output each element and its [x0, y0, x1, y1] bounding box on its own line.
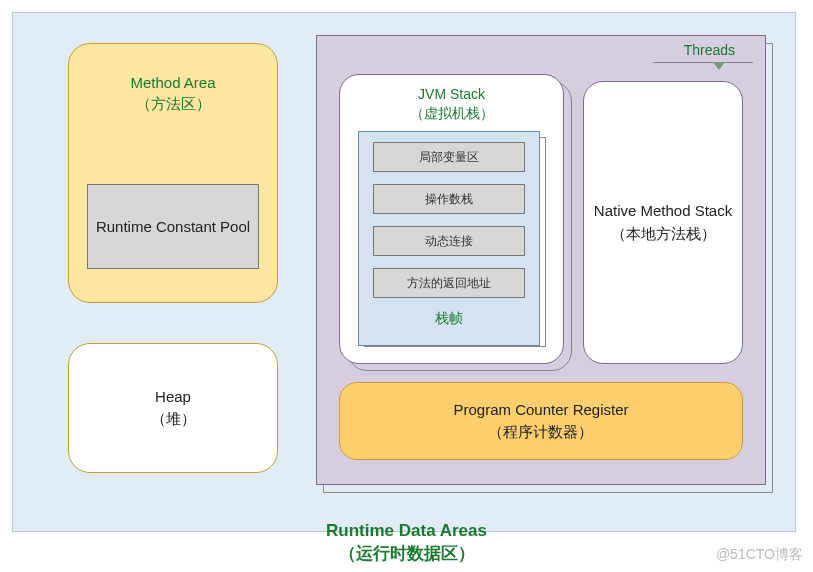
threads-divider: [653, 62, 753, 63]
method-area-title-en: Method Area: [69, 72, 277, 93]
method-area-title-zh: （方法区）: [69, 93, 277, 114]
frame-item: 动态连接: [373, 226, 525, 256]
heap-title-zh: （堆）: [151, 408, 196, 431]
threads-box: Threads JVM Stack （虚拟机栈） 局部变量区 操作数栈 动态连接…: [316, 35, 766, 485]
chevron-down-icon: [713, 62, 725, 70]
frame-item-label: 方法的返回地址: [407, 275, 491, 292]
frame-item-label: 动态连接: [425, 233, 473, 250]
runtime-constant-pool-box: Runtime Constant Pool: [87, 184, 259, 269]
jvm-stack-title: JVM Stack （虚拟机栈）: [340, 85, 563, 123]
frame-item-label: 操作数栈: [425, 191, 473, 208]
method-area-box: Method Area （方法区） Runtime Constant Pool: [68, 43, 278, 303]
native-stack-title-zh: （本地方法栈）: [594, 223, 732, 246]
method-area-title: Method Area （方法区）: [69, 72, 277, 114]
jvm-stack-title-en: JVM Stack: [340, 85, 563, 104]
frame-item: 方法的返回地址: [373, 268, 525, 298]
stack-frame-box: 局部变量区 操作数栈 动态连接 方法的返回地址 栈帧: [358, 131, 540, 346]
frame-item: 操作数栈: [373, 184, 525, 214]
native-method-stack-box: Native Method Stack （本地方法栈）: [583, 81, 743, 364]
threads-label: Threads: [684, 42, 735, 58]
diagram-title-en: Runtime Data Areas: [0, 520, 813, 543]
runtime-constant-pool-label: Runtime Constant Pool: [96, 216, 250, 237]
pcr-title-zh: （程序计数器）: [453, 421, 628, 444]
stack-frame-label: 栈帧: [373, 310, 525, 328]
frame-item: 局部变量区: [373, 142, 525, 172]
watermark: @51CTO博客: [716, 546, 803, 564]
frame-item-label: 局部变量区: [419, 149, 479, 166]
diagram-title: Runtime Data Areas （运行时数据区）: [0, 520, 813, 566]
runtime-data-areas-container: Method Area （方法区） Runtime Constant Pool …: [12, 12, 796, 532]
program-counter-register-box: Program Counter Register （程序计数器）: [339, 382, 743, 460]
jvm-stack-box: JVM Stack （虚拟机栈） 局部变量区 操作数栈 动态连接 方法的返回地址…: [339, 74, 564, 364]
jvm-stack-title-zh: （虚拟机栈）: [340, 104, 563, 123]
pcr-title-en: Program Counter Register: [453, 399, 628, 422]
native-stack-title-en: Native Method Stack: [594, 200, 732, 223]
diagram-title-zh: （运行时数据区）: [0, 543, 813, 566]
heap-title-en: Heap: [151, 386, 196, 409]
heap-box: Heap （堆）: [68, 343, 278, 473]
